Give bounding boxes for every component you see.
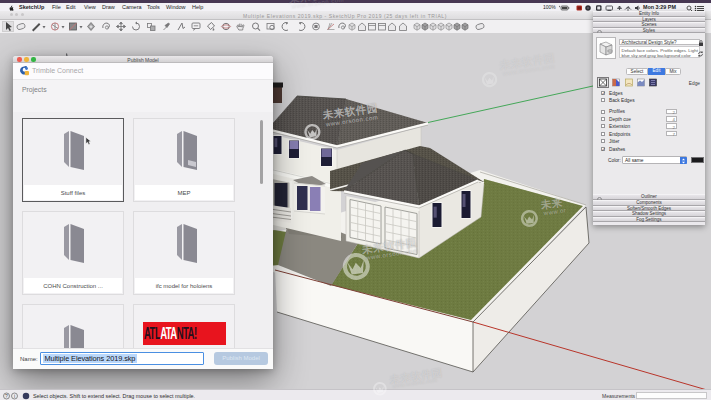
- svg-text:?: ?: [5, 392, 8, 398]
- svg-text:i: i: [14, 392, 15, 398]
